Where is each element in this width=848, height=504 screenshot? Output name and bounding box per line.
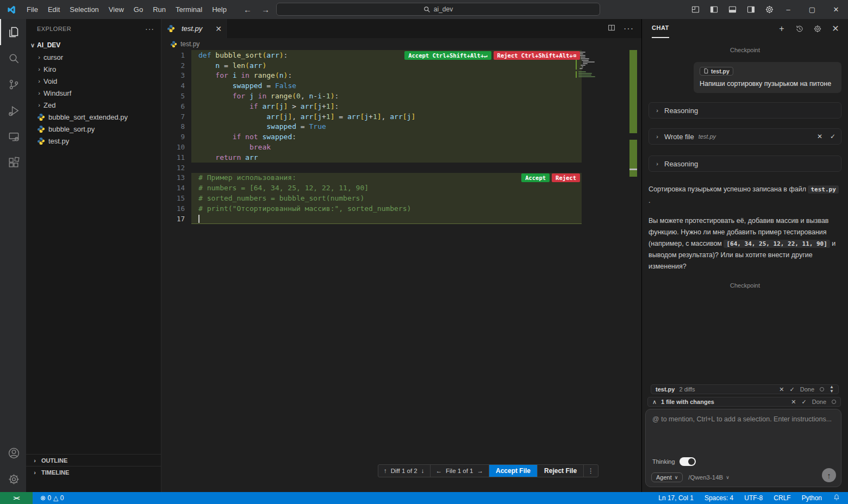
remote-indicator[interactable]: >< <box>0 492 33 504</box>
status-python[interactable]: Python <box>802 494 822 502</box>
code-line-12[interactable]: 12 <box>161 163 641 173</box>
menu-run[interactable]: Run <box>148 0 171 19</box>
overview-ruler[interactable] <box>629 50 637 235</box>
code-line-15[interactable]: 15# sorted_numbers = bubble_sort(numbers… <box>161 193 641 203</box>
menu-selection[interactable]: Selection <box>65 0 103 19</box>
attached-file-chip[interactable]: test.py <box>700 67 733 76</box>
code-editor[interactable]: 1def bubble_sort(arr):2 n = len(arr)3 fo… <box>161 50 641 492</box>
chat-settings-gear-icon[interactable] <box>812 23 824 35</box>
chat-input-box[interactable]: @ to mention, Ctrl+L to add a selection.… <box>645 409 841 487</box>
inline-reject-button[interactable]: Reject Ctrl+Shift+Alt+⌫ <box>494 51 580 60</box>
menu-view[interactable]: View <box>104 0 129 19</box>
reject-all-icon[interactable]: ✕ <box>791 399 796 406</box>
model-dropdown[interactable]: /Qwen3-14B ∨ <box>688 474 729 481</box>
menu-go[interactable]: Go <box>129 0 148 19</box>
changes-summary-row[interactable]: ∧ 1 file with changes ✕ ✓ Done <box>647 397 841 407</box>
split-editor-icon[interactable] <box>607 23 616 34</box>
accept-diff-icon[interactable]: ✓ <box>790 386 795 393</box>
code-line-10[interactable]: 10 break <box>161 142 641 152</box>
mode-dropdown[interactable]: Agent ∨ <box>651 472 683 482</box>
tree-item-zed[interactable]: ›Zed <box>26 99 161 111</box>
collapse-icon[interactable]: ∧ <box>652 399 657 406</box>
toggle-primary-sidebar-icon[interactable] <box>707 3 721 17</box>
reject-file-button[interactable]: Reject File <box>538 465 584 477</box>
menu-terminal[interactable]: Terminal <box>171 0 207 19</box>
code-line-8[interactable]: 8 swapped = True <box>161 122 641 132</box>
tree-item-test-py[interactable]: test.py <box>26 135 161 147</box>
tab-close-icon[interactable]: ✕ <box>215 24 222 33</box>
card-reasoning[interactable]: ›Reasoning <box>649 155 841 172</box>
errors-indicator[interactable]: ⊗ 0 <box>40 494 51 502</box>
check-icon[interactable]: ✓ <box>830 133 835 140</box>
thinking-toggle[interactable] <box>679 457 696 466</box>
inline-reject-button-2[interactable]: Reject <box>552 173 580 182</box>
done-all-label[interactable]: Done <box>812 399 826 405</box>
activity-search-icon[interactable] <box>0 45 26 71</box>
file-prev-icon[interactable]: ← <box>436 468 442 474</box>
status-spaces-4[interactable]: Spaces: 4 <box>704 494 733 502</box>
window-minimize-button[interactable]: – <box>776 0 800 19</box>
history-icon[interactable] <box>794 23 806 35</box>
chat-tab[interactable]: CHAT <box>652 19 669 38</box>
code-line-3[interactable]: 3 for i in range(n): <box>161 71 641 81</box>
tree-item-windsurf[interactable]: ›Windsurf <box>26 87 161 99</box>
status-utf-8[interactable]: UTF-8 <box>744 494 763 502</box>
diff-prev-icon[interactable]: ↑ <box>384 468 387 474</box>
panel-timeline[interactable]: ›TIMELINE <box>26 466 161 478</box>
code-line-6[interactable]: 6 if arr[j] > arr[j+1]: <box>161 101 641 111</box>
activity-source-control-icon[interactable] <box>0 71 26 97</box>
code-line-2[interactable]: 2 n = len(arr) <box>161 60 641 71</box>
code-line-17[interactable]: 17 <box>161 214 641 224</box>
card-wrote-file[interactable]: ›Wrote filetest.py✕✓ <box>649 128 841 145</box>
send-button[interactable]: ↑ <box>822 468 836 482</box>
breadcrumb[interactable]: test.py <box>161 38 641 50</box>
tab-test-py[interactable]: test.py ✕ <box>161 19 227 38</box>
activity-accounts-icon[interactable] <box>0 440 26 466</box>
tree-item-void[interactable]: ›Void <box>26 75 161 87</box>
tree-item-kiro[interactable]: ›Kiro <box>26 63 161 75</box>
code-line-5[interactable]: 5 for j in range(0, n-i-1): <box>161 91 641 101</box>
nav-forward-icon[interactable]: → <box>261 5 270 14</box>
accept-all-icon[interactable]: ✓ <box>801 399 806 406</box>
accept-file-button[interactable]: Accept File <box>489 465 538 477</box>
panel-outline[interactable]: ›OUTLINE <box>26 454 161 466</box>
command-center-search[interactable]: ai_dev <box>276 3 600 16</box>
code-line-4[interactable]: 4 swapped = False <box>161 80 641 91</box>
customize-layout-icon[interactable] <box>688 3 702 17</box>
tree-item-bubble-sort-py[interactable]: bubble_sort.py <box>26 123 161 135</box>
toggle-panel-icon[interactable] <box>725 3 739 17</box>
done-label[interactable]: Done <box>800 386 814 393</box>
file-diff-row[interactable]: test.py 2 diffs ✕ ✓ Done ▲▼ <box>651 384 839 394</box>
menu-file[interactable]: File <box>22 0 43 19</box>
activity-run-debug-icon[interactable] <box>0 97 26 123</box>
card-reasoning[interactable]: ›Reasoning <box>649 102 841 119</box>
code-line-9[interactable]: 9 if not swapped: <box>161 132 641 142</box>
code-line-16[interactable]: 16# print("Отсортированный массив:", sor… <box>161 203 641 214</box>
nav-back-icon[interactable]: ← <box>244 5 252 14</box>
new-chat-icon[interactable]: + <box>776 23 788 35</box>
editor-more-actions-icon[interactable]: ··· <box>623 24 634 34</box>
activity-settings-icon[interactable] <box>0 466 26 492</box>
activity-remote-explorer-icon[interactable] <box>0 123 26 150</box>
window-maximize-button[interactable]: ▢ <box>800 0 824 19</box>
menu-help[interactable]: Help <box>207 0 232 19</box>
warnings-indicator[interactable]: △ 0 <box>53 494 64 502</box>
activity-explorer-icon[interactable] <box>0 19 26 45</box>
notifications-bell-icon[interactable] <box>833 494 840 503</box>
tree-item-cursor[interactable]: ›cursor <box>26 51 161 63</box>
settings-gear-icon[interactable] <box>762 3 776 17</box>
diff-bar-more-icon[interactable]: ⋮ <box>584 465 598 477</box>
toggle-secondary-sidebar-icon[interactable] <box>744 3 758 17</box>
reject-diff-icon[interactable]: ✕ <box>779 386 784 393</box>
code-line-11[interactable]: 11 return arr <box>161 152 641 163</box>
explorer-more-actions-icon[interactable]: ··· <box>145 24 154 33</box>
diff-next-icon[interactable]: ↓ <box>421 468 425 474</box>
reject-icon[interactable]: ✕ <box>817 133 822 140</box>
status-crlf[interactable]: CRLF <box>774 494 790 502</box>
expand-collapse-icon[interactable]: ▲▼ <box>830 385 834 394</box>
window-close-button[interactable]: ✕ <box>824 0 848 19</box>
close-chat-icon[interactable]: ✕ <box>830 23 841 35</box>
code-line-14[interactable]: 14# numbers = [64, 34, 25, 12, 22, 11, 9… <box>161 183 641 193</box>
activity-extensions-icon[interactable] <box>0 150 26 176</box>
code-line-7[interactable]: 7 arr[j], arr[j+1] = arr[j+1], arr[j] <box>161 111 641 122</box>
